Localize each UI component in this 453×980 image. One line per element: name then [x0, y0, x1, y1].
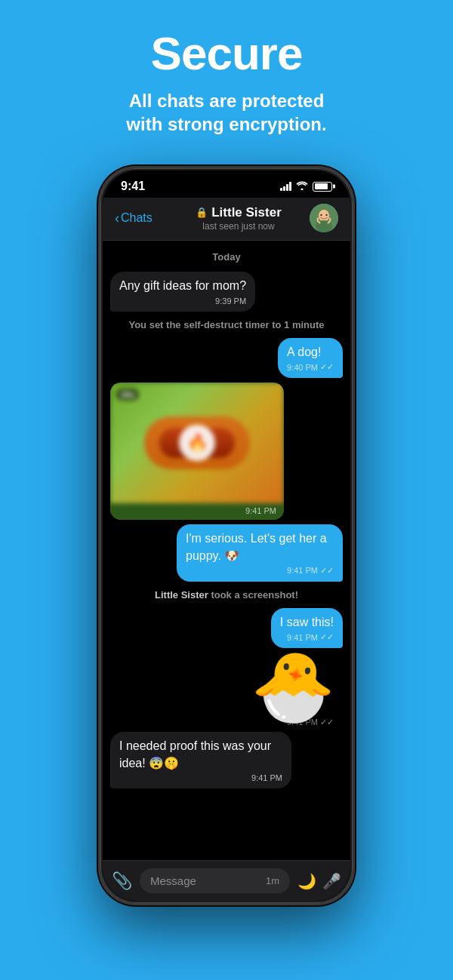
date-separator: Today: [110, 251, 343, 263]
outgoing-bubble: I saw this! 9:41 PM ✓✓: [271, 608, 343, 648]
hero-section: Secure All chats are protectedwith stron…: [111, 0, 341, 158]
input-bar: 📎 Message 1m 🌙 🎤: [103, 860, 350, 901]
chat-area: Today Any gift ideas for mom? 9:39 PM Yo…: [103, 241, 350, 860]
timer-badge: 24s: [116, 389, 139, 401]
attach-button[interactable]: 📎: [112, 871, 132, 891]
bubble-time: 9:41 PM: [251, 773, 282, 782]
contact-avatar[interactable]: [310, 204, 338, 232]
bubble-time: 9:39 PM: [215, 296, 246, 306]
back-chevron-icon: ‹: [115, 211, 119, 225]
moon-icon[interactable]: 🌙: [297, 872, 316, 890]
status-icons: [280, 181, 332, 192]
bubble-time: 9:41 PM: [287, 566, 318, 575]
flame-icon: 🔥: [187, 433, 208, 453]
read-checkmarks: ✓✓: [320, 632, 334, 642]
svg-point-1: [319, 210, 329, 222]
wifi-icon: [296, 181, 308, 192]
play-button[interactable]: 🔥: [179, 425, 215, 461]
bubble-text: I'm serious. Let's get her a puppy. 🐶: [186, 532, 327, 561]
bubble-meta: 9:41 PM ✓✓: [280, 632, 334, 642]
bubble-text: I needed proof this was your idea! 😨🤫: [119, 739, 271, 769]
message-row: I saw this! 9:41 PM ✓✓: [110, 608, 343, 648]
message-row: I'm serious. Let's get her a puppy. 🐶 9:…: [110, 524, 343, 582]
message-row: I needed proof this was your idea! 😨🤫 9:…: [110, 732, 343, 788]
chat-header: ‹ Chats 🔒 Little Sister last seen just n…: [103, 198, 350, 241]
incoming-bubble: I needed proof this was your idea! 😨🤫 9:…: [110, 732, 291, 788]
header-center: 🔒 Little Sister last seen just now: [168, 205, 310, 232]
bubble-text: Any gift ideas for mom?: [119, 279, 246, 292]
input-right-icons: 🌙 🎤: [297, 872, 341, 890]
sticker-emoji: 🐣: [251, 653, 343, 720]
bubble-text: A dog!: [287, 346, 321, 358]
read-checkmarks: ✓✓: [320, 566, 334, 576]
outgoing-bubble: I'm serious. Let's get her a puppy. 🐶 9:…: [177, 524, 343, 582]
system-message: Little Sister took a screenshot!: [110, 589, 343, 601]
timer-label: 1m: [266, 875, 279, 886]
message-placeholder: Message: [150, 874, 196, 887]
media-footer: 9:41 PM: [110, 503, 284, 520]
phone-inner: 9:41: [103, 171, 350, 901]
message-row: Any gift ideas for mom? 9:39 PM: [110, 272, 343, 311]
back-label: Chats: [121, 211, 153, 225]
outgoing-bubble: A dog! 9:40 PM ✓✓: [278, 338, 343, 378]
bubble-time: 9:40 PM: [287, 363, 318, 372]
bubble-meta: 9:41 PM ✓✓: [186, 566, 334, 576]
lock-icon: 🔒: [196, 207, 208, 218]
sticker-row: 🐣 9:41 PM ✓✓: [110, 653, 343, 727]
hero-title: Secure: [126, 30, 326, 77]
hero-subtitle: All chats are protectedwith strong encry…: [126, 89, 326, 136]
bubble-time: 9:41 PM: [287, 633, 318, 642]
phone-wrapper: 9:41: [98, 166, 355, 905]
media-image: 24s 🔥: [110, 382, 284, 503]
status-time: 9:41: [121, 180, 145, 193]
battery-icon: [313, 182, 332, 192]
back-button[interactable]: ‹ Chats: [115, 211, 168, 225]
system-message: You set the self-destruct timer to 1 min…: [110, 319, 343, 330]
incoming-bubble: Any gift ideas for mom? 9:39 PM: [110, 272, 255, 311]
svg-point-4: [325, 214, 327, 216]
bubble-text: I saw this!: [280, 616, 334, 628]
contact-name: Little Sister: [211, 205, 282, 220]
signal-icon: [280, 182, 291, 191]
message-input[interactable]: Message 1m: [140, 868, 290, 893]
media-bubble[interactable]: 24s 🔥 9:41 PM: [110, 382, 284, 520]
phone-frame: 9:41: [98, 166, 355, 905]
media-time: 9:41 PM: [245, 506, 276, 515]
bubble-meta: 9:41 PM: [119, 773, 282, 782]
read-checkmarks: ✓✓: [320, 362, 334, 372]
bubble-meta: 9:40 PM ✓✓: [287, 362, 334, 372]
header-name-row: 🔒 Little Sister: [168, 205, 310, 220]
mic-icon[interactable]: 🎤: [322, 872, 341, 890]
bubble-meta: 9:39 PM: [119, 296, 246, 306]
contact-status: last seen just now: [168, 221, 310, 232]
message-row: 24s 🔥 9:41 PM: [110, 382, 343, 520]
status-bar: 9:41: [103, 171, 350, 198]
message-row: A dog! 9:40 PM ✓✓: [110, 338, 343, 378]
svg-point-3: [320, 214, 322, 216]
